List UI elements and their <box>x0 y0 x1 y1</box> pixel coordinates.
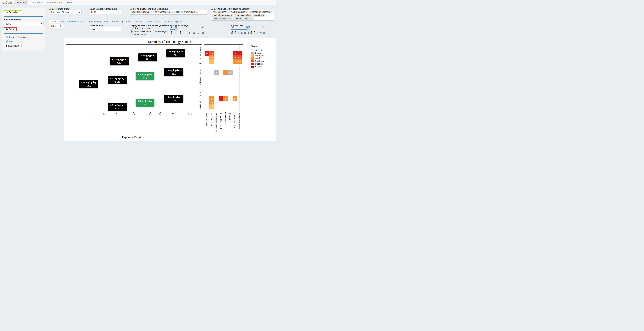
token-remove-icon[interactable]: × <box>246 11 247 13</box>
filter-noael-select[interactable]: ALL <box>90 27 121 31</box>
radio-option[interactable]: Show Notes <box>130 34 167 36</box>
tab-safety-margin-table[interactable]: Safety Margin Table <box>110 20 133 23</box>
select-program-label: Select Program: <box>4 18 43 21</box>
studies-token-input[interactable]: Dog: 4 Weeks (IV)×Rat: 4 Weeks (SC)×Rat:… <box>130 10 207 15</box>
token-remove-icon[interactable]: × <box>250 14 251 16</box>
slider-tick-label: 45 <box>247 32 249 34</box>
slider-minor-tick <box>255 31 256 32</box>
token-label: Dog: 4 Weeks (IV) <box>132 11 149 13</box>
nav-item-edit-clinical[interactable]: Edit Clinical <box>28 0 44 5</box>
findings-token-input[interactable]: ALT Increased×AST Increased×Duodenum: Ne… <box>211 10 274 21</box>
token-item[interactable]: ALT Increased× <box>212 10 230 14</box>
token-item[interactable]: AST Increased× <box>230 10 248 14</box>
tab-all-table[interactable]: All Table <box>133 20 145 23</box>
token-item[interactable]: Rat: 4 Weeks (SC)× <box>153 10 175 14</box>
token-item[interactable]: Mortality× <box>253 14 265 17</box>
token-remove-icon[interactable]: × <box>231 14 232 16</box>
chevron-down-icon <box>118 28 120 30</box>
token-item[interactable]: Liver: Necrosis× <box>234 14 252 17</box>
studies-select-label: Select and Order Studies to Display: <box>130 8 168 10</box>
finding-axis-label: Mortality <box>229 113 231 122</box>
tab-download-program[interactable]: Download Program <box>160 20 183 23</box>
x-axis-tick-label: 20 <box>149 113 152 116</box>
reload-app-button[interactable]: ↻ Reload App <box>4 10 22 14</box>
finding-axis-label: AST Increased <box>210 113 213 126</box>
token-item[interactable]: Rat: 13 Weeks (SC)× <box>175 10 198 14</box>
tab-notes-table[interactable]: Notes Table <box>145 20 160 23</box>
selected-program-link[interactable]: demo <box>6 40 43 42</box>
chevron-down-icon <box>118 12 120 13</box>
refresh-plot-button[interactable]: Refresh Plot <box>49 24 64 28</box>
slider-tick <box>185 31 185 32</box>
slider-tick <box>248 31 248 32</box>
slider-minor-tick <box>246 31 246 32</box>
delete-program-button[interactable]: Delete <box>4 27 17 32</box>
human-dose-select[interactable]: Start Dose: (1.5 mg) <box>49 10 82 14</box>
x-axis-title: Exposure Margin <box>122 136 142 139</box>
severity-legend-swatch <box>251 54 254 57</box>
slider-minor-tick <box>188 31 188 32</box>
tab-key-findings-table[interactable]: Key Findings Table <box>87 20 110 23</box>
token-remove-icon[interactable]: × <box>172 11 174 13</box>
dose-box-margin: 18x <box>138 57 157 61</box>
need-help-button[interactable]: Need Help? <box>4 44 22 48</box>
radio-button[interactable] <box>130 27 132 29</box>
token-label: Liver: Necrosis <box>235 14 249 16</box>
severity-legend-title: Severity <box>251 45 260 48</box>
dose-box: 8 mg/kg/day52x <box>164 68 183 76</box>
nav-item-edit-nonclinical[interactable]: Edit Nonclinical <box>44 0 64 5</box>
slider-tick-label: 31 <box>241 32 242 34</box>
slider-minor-tick <box>187 31 188 32</box>
slider-minor-tick <box>236 31 236 32</box>
x-axis-tick-label: 2 <box>94 113 95 116</box>
tab-clinical-relevance-table[interactable]: Clinical Relevance Table <box>59 20 87 23</box>
slider-tick-label: 9 <box>189 32 190 34</box>
radio-button[interactable] <box>130 34 132 36</box>
dose-box: 8 mg/kg/day52x <box>164 95 183 103</box>
chevron-down-icon <box>40 24 42 24</box>
token-remove-icon[interactable]: × <box>271 11 272 13</box>
dose-box-margin: 52x <box>164 72 183 76</box>
token-label: Duodenum: Necrosis <box>250 11 270 13</box>
dose-box-dose: 8 mg/kg/day <box>164 68 183 72</box>
slider-minor-tick <box>260 31 260 32</box>
nav-item-help[interactable]: Help <box>65 0 74 5</box>
dose-box-margin: 1.6x <box>79 84 98 88</box>
slider-tick <box>264 31 264 32</box>
token-item[interactable]: Dog: 4 Weeks (IV)× <box>130 10 152 14</box>
slider-minor-tick <box>182 31 182 32</box>
slider-tick <box>190 31 190 32</box>
nav-menu: ProgramEdit ClinicalEdit NonclinicalHelp <box>15 0 74 5</box>
exposure-margin-base-select[interactable]: HED <box>90 10 121 14</box>
radio-button[interactable] <box>130 30 132 32</box>
token-remove-icon[interactable]: × <box>150 11 151 13</box>
token-remove-icon[interactable]: × <box>263 14 264 16</box>
token-remove-icon[interactable]: × <box>230 18 231 20</box>
dose-box-dose: 0.8 mg/kg/day <box>138 54 157 57</box>
token-remove-icon[interactable]: × <box>196 11 197 13</box>
finding-axis-tick <box>230 112 230 113</box>
tab-figure[interactable]: Figure <box>49 20 59 24</box>
token-remove-icon[interactable]: × <box>252 18 252 20</box>
slider-tick <box>180 31 181 32</box>
program-select[interactable]: demo <box>4 22 44 26</box>
plot-height-slider[interactable]: 115313579111315 <box>170 26 204 36</box>
token-item[interactable]: Liver: Hypertrophy× <box>212 14 233 17</box>
token-item[interactable]: Duodenum: Necrosis× <box>249 10 273 14</box>
nav-item-program[interactable]: Program <box>15 0 28 5</box>
severity-legend-label: Minimal <box>255 54 264 57</box>
radio-option[interactable]: Show Dose with Exposure Margin <box>130 30 167 32</box>
token-remove-icon[interactable]: × <box>228 11 228 13</box>
slider-minor-tick <box>243 31 244 32</box>
dose-box-margin: 16x <box>136 103 154 106</box>
x-axis-tick-label: 100 <box>188 113 192 116</box>
slider-tick-label: 24 <box>238 32 240 34</box>
severity-legend-swatch <box>251 52 254 54</box>
slider-minor-tick <box>233 31 233 32</box>
text-size-slider[interactable]: 1080451017243138455259667380 <box>231 26 265 36</box>
severity-legend-swatch <box>251 57 254 60</box>
heatmap-panel: 2.52.50.80.252.50.80.252.50.80.25 <box>204 44 243 66</box>
token-label: Rat: 4 Weeks (SC) <box>154 11 171 13</box>
selected-program-heading: Selected Program: <box>6 36 43 38</box>
radio-option[interactable]: Show Dose Only <box>130 27 167 29</box>
